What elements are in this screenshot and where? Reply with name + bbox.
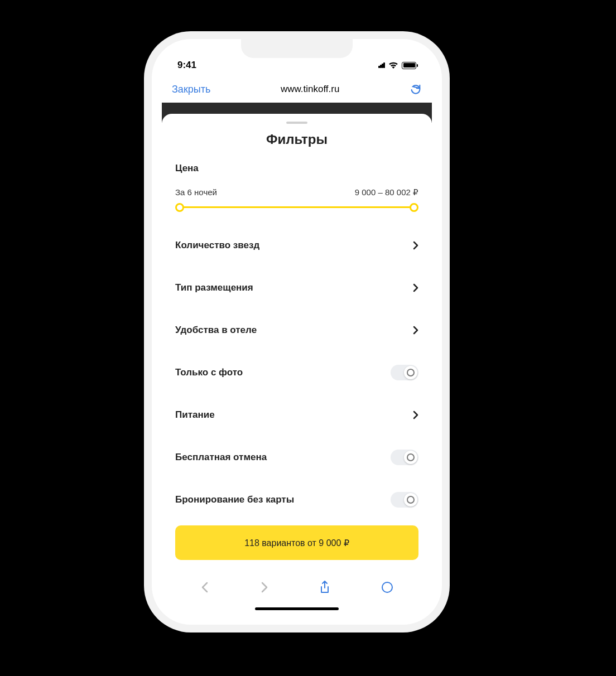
- price-nights: За 6 ночей: [175, 187, 217, 197]
- toggle-photo-only[interactable]: [391, 365, 418, 380]
- safari-tabs-button[interactable]: [381, 581, 393, 593]
- chevron-right-icon: [413, 283, 418, 292]
- filter-row-amenities[interactable]: Удобства в отеле: [175, 309, 418, 351]
- toggle-free-cancel[interactable]: [391, 450, 418, 465]
- refresh-button[interactable]: [410, 83, 422, 95]
- filter-label: Бронирование без карты: [175, 494, 294, 505]
- filter-row-meals[interactable]: Питание: [175, 394, 418, 436]
- price-section-label: Цена: [175, 163, 418, 174]
- home-indicator[interactable]: [255, 607, 339, 610]
- battery-icon: [402, 62, 416, 69]
- url-label[interactable]: www.tinkoff.ru: [210, 84, 410, 95]
- chevron-right-icon: [413, 241, 418, 250]
- filter-label: Количество звезд: [175, 240, 259, 251]
- filter-row-photo-only: Только с фото: [175, 351, 418, 394]
- browser-bottom-bar: [175, 567, 418, 607]
- back-button[interactable]: [200, 581, 209, 593]
- filter-row-stars[interactable]: Количество звезд: [175, 224, 418, 267]
- price-slider[interactable]: [175, 202, 418, 213]
- sheet-title: Фильтры: [175, 132, 418, 147]
- cellular-icon: [378, 60, 385, 71]
- share-button[interactable]: [319, 580, 330, 595]
- chevron-right-icon: [413, 411, 418, 419]
- sheet-grabber[interactable]: [286, 122, 307, 124]
- filter-row-no-card: Бронирование без карты: [175, 479, 418, 521]
- screen: 9:41 Закрыть www.tinkoff.ru Фильтры: [162, 49, 432, 615]
- price-slider-max-handle[interactable]: [410, 203, 418, 212]
- filter-label: Бесплатная отмена: [175, 452, 267, 463]
- filter-label: Только с фото: [175, 367, 243, 378]
- filter-row-accommodation[interactable]: Тип размещения: [175, 267, 418, 309]
- forward-button[interactable]: [260, 581, 269, 593]
- status-time: 9:41: [177, 60, 233, 71]
- price-summary-row: За 6 ночей 9 000 – 80 002 ₽: [175, 187, 418, 197]
- notch: [241, 39, 353, 58]
- price-slider-min-handle[interactable]: [175, 203, 184, 212]
- svg-point-0: [382, 582, 392, 592]
- chevron-right-icon: [413, 326, 418, 335]
- browser-nav-bar: Закрыть www.tinkoff.ru: [162, 76, 432, 103]
- price-range: 9 000 – 80 002 ₽: [355, 187, 418, 197]
- filter-label: Удобства в отеле: [175, 325, 257, 336]
- filters-sheet: Фильтры Цена За 6 ночей 9 000 – 80 002 ₽…: [162, 114, 432, 615]
- phone-frame: 9:41 Закрыть www.tinkoff.ru Фильтры: [152, 39, 442, 625]
- wifi-icon: [388, 61, 398, 69]
- filter-label: Питание: [175, 409, 215, 421]
- toggle-no-card[interactable]: [391, 492, 418, 508]
- close-button[interactable]: Закрыть: [172, 84, 210, 95]
- filter-label: Тип размещения: [175, 282, 253, 293]
- show-results-button[interactable]: 118 вариантов от 9 000 ₽: [175, 525, 418, 560]
- status-icons: [378, 60, 416, 71]
- filter-row-free-cancel: Бесплатная отмена: [175, 436, 418, 479]
